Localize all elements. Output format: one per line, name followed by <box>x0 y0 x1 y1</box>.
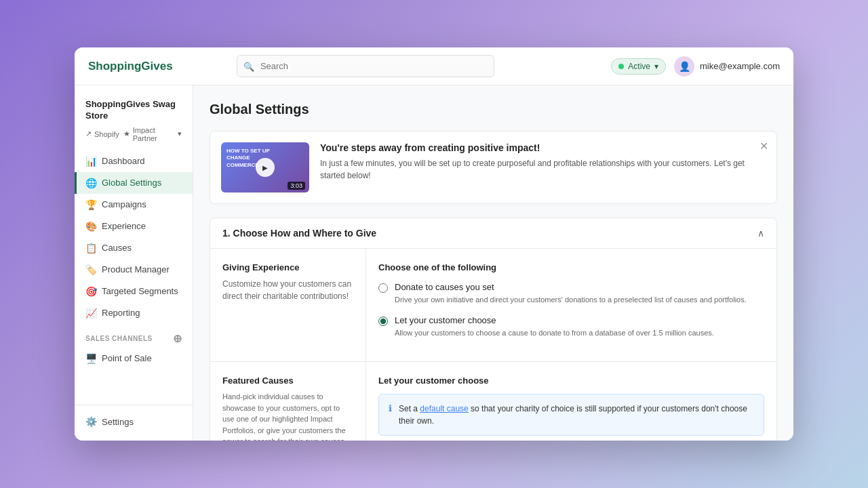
store-info: ShoppingGives Swag Store ↗ Shopify ★ Imp… <box>75 94 193 150</box>
default-cause-link[interactable]: default cause <box>420 404 468 413</box>
choose-label: Choose one of the following <box>378 262 764 272</box>
topbar: ShoppingGives 🔍 Active ▾ 👤 mike@example.… <box>75 47 793 85</box>
sidebar-item-product-manager[interactable]: 🏷️ Product Manager <box>75 259 193 281</box>
user-email: mike@example.com <box>700 61 780 71</box>
sidebar-item-label: Global Settings <box>102 178 161 188</box>
section-header[interactable]: 1. Choose How and Where to Give ∧ <box>210 218 776 248</box>
content-area: Global Settings HOW TO SET UP CHANGE COM… <box>193 85 793 441</box>
avatar: 👤 <box>674 56 694 77</box>
close-icon[interactable]: ✕ <box>760 140 768 152</box>
main-layout: ShoppingGives Swag Store ↗ Shopify ★ Imp… <box>75 85 793 441</box>
info-box: ℹ Set a default cause so that your chari… <box>378 394 764 436</box>
status-label: Active <box>628 62 650 71</box>
radio-donate-causes[interactable] <box>378 283 388 293</box>
store-tier[interactable]: ★ Impact Partner ▾ <box>123 126 182 142</box>
sales-channels-header: SALES CHANNELS ⊕ <box>75 324 193 348</box>
giving-experience-desc: Customize how your customers can direct … <box>222 278 353 302</box>
radio-customer-choose[interactable] <box>378 317 388 326</box>
sidebar-item-label: Product Manager <box>102 264 170 274</box>
sales-channels-label: SALES CHANNELS <box>85 335 153 342</box>
let-customer-choose-title: Let your customer choose <box>378 375 764 386</box>
option2-desc: Allow your customers to choose a cause t… <box>395 327 714 339</box>
option2-text: Let your customer choose Allow your cust… <box>395 315 714 339</box>
sidebar-item-settings[interactable]: ⚙️ Settings <box>75 411 193 432</box>
sidebar-item-global-settings[interactable]: 🌐 Global Settings <box>75 172 193 194</box>
sidebar-item-campaigns[interactable]: 🏆 Campaigns <box>75 194 193 216</box>
giving-experience-title: Giving Experience <box>222 262 353 272</box>
promo-text: You're steps away from creating positive… <box>320 142 766 182</box>
sidebar-item-label: Experience <box>102 221 146 231</box>
user-info[interactable]: 👤 mike@example.com <box>674 56 780 77</box>
sidebar: ShoppingGives Swag Store ↗ Shopify ★ Imp… <box>75 85 193 441</box>
chevron-down-icon: ▾ <box>178 129 182 138</box>
option1-text: Donate to causes you set Drive your own … <box>395 282 747 306</box>
search-bar[interactable]: 🔍 <box>237 55 494 77</box>
sidebar-item-label: Settings <box>102 417 134 427</box>
sidebar-item-label: Point of Sale <box>102 353 152 363</box>
sidebar-item-reporting[interactable]: 📈 Reporting <box>75 302 193 324</box>
option1-label: Donate to causes you set <box>395 282 747 292</box>
store-meta: ↗ Shopify ★ Impact Partner ▾ <box>85 126 182 142</box>
giving-experience-right: Choose one of the following Donate to ca… <box>366 249 776 361</box>
store-platform[interactable]: ↗ Shopify <box>85 129 119 138</box>
promo-video-thumbnail[interactable]: HOW TO SET UP CHANGE COMMERCE ▶ 3:03 <box>221 142 309 192</box>
sidebar-item-targeted-segments[interactable]: 🎯 Targeted Segments <box>75 281 193 302</box>
targeted-segments-icon: 🎯 <box>85 286 96 297</box>
featured-causes-left: Featured Causes Hand-pick individual cau… <box>210 362 366 441</box>
sidebar-item-causes[interactable]: 📋 Causes <box>75 237 193 259</box>
share-icon: ↗ <box>85 129 92 138</box>
sidebar-item-point-of-sale[interactable]: 🖥️ Point of Sale <box>75 348 193 369</box>
reporting-icon: 📈 <box>85 308 96 319</box>
featured-causes-title: Featured Causes <box>222 375 353 386</box>
chevron-up-icon: ∧ <box>757 228 764 239</box>
video-duration: 3:03 <box>288 182 305 190</box>
section-choose-give: 1. Choose How and Where to Give ∧ Giving… <box>210 218 777 441</box>
chevron-down-icon: ▾ <box>654 62 658 71</box>
active-dot-icon <box>618 64 624 69</box>
section-title: 1. Choose How and Where to Give <box>222 228 376 239</box>
sidebar-item-label: Dashboard <box>102 156 145 166</box>
experience-icon: 🎨 <box>85 221 96 232</box>
info-icon: ℹ <box>389 403 392 413</box>
status-badge[interactable]: Active ▾ <box>611 58 666 75</box>
option1-desc: Drive your own initiative and direct you… <box>395 294 747 306</box>
causes-icon: 📋 <box>85 243 96 253</box>
radio-option-1[interactable]: Donate to causes you set Drive your own … <box>378 282 764 306</box>
sidebar-item-dashboard[interactable]: 📊 Dashboard <box>75 150 193 172</box>
search-icon: 🔍 <box>243 61 254 71</box>
app-logo: ShoppingGives <box>88 60 173 73</box>
promo-banner: HOW TO SET UP CHANGE COMMERCE ▶ 3:03 You… <box>210 131 777 204</box>
sidebar-item-label: Targeted Segments <box>102 286 178 296</box>
radio-option-2[interactable]: Let your customer choose Allow your cust… <box>378 315 764 339</box>
campaigns-icon: 🏆 <box>85 199 96 210</box>
featured-causes-desc: Hand-pick individual causes to showcase … <box>222 391 353 441</box>
giving-experience-left: Giving Experience Customize how your cus… <box>210 249 366 361</box>
sidebar-item-label: Reporting <box>102 308 140 318</box>
sidebar-item-label: Campaigns <box>102 199 146 209</box>
page-title: Global Settings <box>210 102 777 117</box>
featured-causes-right: Let your customer choose ℹ Set a default… <box>366 362 776 441</box>
promo-title: You're steps away from creating positive… <box>320 142 766 153</box>
topbar-right: Active ▾ 👤 mike@example.com <box>611 56 780 77</box>
star-icon: ★ <box>123 129 130 138</box>
dashboard-icon: 📊 <box>85 156 96 167</box>
sidebar-item-label: Causes <box>102 243 132 253</box>
promo-description: In just a few minutes, you will be set u… <box>320 157 766 182</box>
giving-experience-row: Giving Experience Customize how your cus… <box>210 248 776 361</box>
video-overlay-text: HOW TO SET UP CHANGE COMMERCE <box>226 148 270 169</box>
product-manager-icon: 🏷️ <box>85 264 96 275</box>
add-channel-icon[interactable]: ⊕ <box>173 332 182 345</box>
featured-causes-row: Featured Causes Hand-pick individual cau… <box>210 361 776 441</box>
global-settings-icon: 🌐 <box>85 178 96 188</box>
search-input[interactable] <box>237 55 494 77</box>
settings-icon: ⚙️ <box>85 416 96 427</box>
info-text: Set a default cause so that your charity… <box>399 403 754 427</box>
sidebar-bottom: ⚙️ Settings <box>75 405 193 432</box>
pos-icon: 🖥️ <box>85 353 96 364</box>
store-name: ShoppingGives Swag Store <box>85 99 182 122</box>
sidebar-item-experience[interactable]: 🎨 Experience <box>75 216 193 237</box>
option2-label: Let your customer choose <box>395 315 714 325</box>
